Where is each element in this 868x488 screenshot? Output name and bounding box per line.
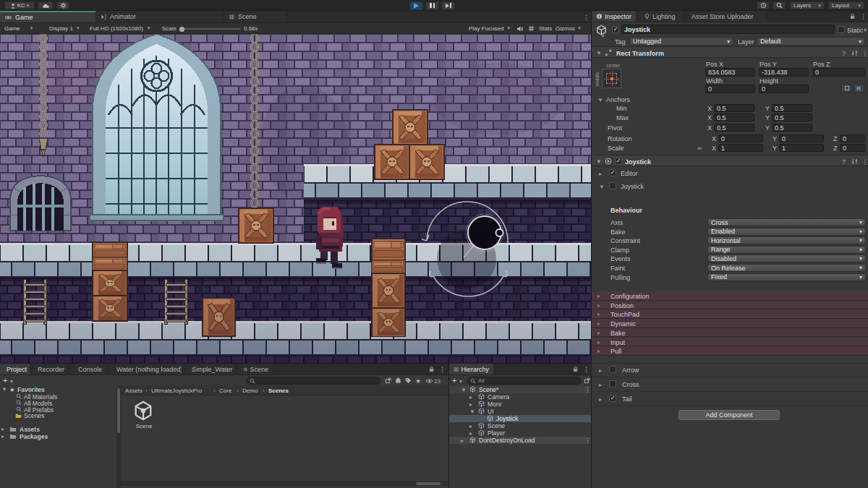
presets-icon[interactable] bbox=[851, 158, 858, 165]
add-component-button[interactable]: Add Component bbox=[678, 410, 780, 420]
account-button[interactable]: KC ▾ bbox=[4, 1, 35, 9]
rect-transform-header[interactable]: ▼ Rect Transform ? ⋮ bbox=[592, 46, 868, 58]
static-caret[interactable]: ▾ bbox=[864, 27, 867, 34]
undo-history-button[interactable] bbox=[757, 1, 770, 9]
resolution-dropdown[interactable]: Full HD (1920x1080) ▾ bbox=[87, 24, 153, 33]
layers-dropdown[interactable]: Layers ▾ bbox=[790, 1, 825, 9]
joystick-foldout-arrow[interactable]: ▼ bbox=[599, 184, 605, 191]
tab-game[interactable]: Game bbox=[0, 11, 96, 22]
help-icon[interactable]: ? bbox=[842, 158, 846, 166]
game-target-dropdown[interactable]: Game ▾ bbox=[1, 24, 35, 33]
breadcrumb-scenes[interactable]: Scenes bbox=[268, 388, 289, 394]
lock-icon[interactable] bbox=[428, 366, 435, 372]
foldout-pull[interactable]: ▸ Pull bbox=[592, 346, 868, 356]
pivot-x-field[interactable]: 0.5 bbox=[714, 124, 754, 132]
help-icon[interactable]: ? bbox=[842, 50, 846, 57]
tab-inspector[interactable]: Inspector bbox=[592, 11, 637, 22]
breadcrumb-demo[interactable]: Demo bbox=[242, 388, 258, 394]
project-hscrollbar[interactable] bbox=[121, 481, 448, 486]
anchors-min-x-field[interactable]: 0.5 bbox=[714, 104, 754, 112]
gizmos-dropdown[interactable]: Gizmos ▾ bbox=[556, 24, 581, 33]
anchor-preset-widget[interactable] bbox=[602, 69, 621, 88]
hierarchy-row-ui[interactable]: ▼ UI bbox=[449, 408, 591, 415]
pos-y-field[interactable]: -318.438 bbox=[759, 68, 809, 77]
component-menu-icon[interactable]: ⋮ bbox=[861, 158, 868, 166]
hidden-count-eye-icon[interactable] bbox=[425, 378, 433, 384]
pulling-dropdown[interactable]: Fixed▾ bbox=[707, 273, 866, 281]
anchors-max-y-field[interactable]: 0.5 bbox=[772, 114, 812, 121]
game-panel-menu-icon[interactable]: ⋮ bbox=[583, 14, 590, 21]
breadcrumb-ujp[interactable]: UltimateJoystickPro bbox=[151, 388, 202, 394]
step-button[interactable] bbox=[441, 1, 455, 10]
joystick-component-header[interactable]: ▼ ✓ Joystick ? ⋮ bbox=[592, 155, 868, 166]
foldout-arrow[interactable]: ▼ bbox=[596, 50, 602, 57]
create-asset-button[interactable]: + bbox=[3, 377, 7, 384]
editor-checkbox[interactable]: ✓ bbox=[609, 169, 616, 176]
hierarchy-row-more[interactable]: ▸ More bbox=[449, 401, 591, 408]
tag-dropdown[interactable]: Untagged▾ bbox=[629, 37, 733, 46]
row-menu-icon[interactable]: ⋮ bbox=[584, 386, 591, 393]
clamp-dropdown[interactable]: Range▾ bbox=[707, 246, 866, 254]
hierarchy-row-joystick[interactable]: Joystick bbox=[449, 415, 591, 422]
hierarchy-row-scene-child[interactable]: ▸ Scene bbox=[449, 422, 591, 429]
anchors-max-x-field[interactable]: 0.5 bbox=[714, 114, 754, 121]
layout-dropdown[interactable]: Layout ▾ bbox=[828, 1, 864, 9]
axis-dropdown[interactable]: Cross▾ bbox=[707, 218, 866, 226]
row-menu-icon[interactable]: ⋮ bbox=[584, 437, 591, 444]
rotation-x-field[interactable]: 0 bbox=[718, 134, 763, 142]
tab-asset-store-uploader[interactable]: Asset Store Uploader bbox=[687, 11, 767, 22]
packages-foldout[interactable]: ▸ bbox=[1, 433, 4, 440]
tab-console[interactable]: Console bbox=[71, 364, 107, 374]
joystick-enabled-checkbox[interactable]: ✓ bbox=[615, 158, 622, 165]
search-in-assets-icon[interactable] bbox=[385, 377, 391, 384]
tab-scene-bottom[interactable]: Scene bbox=[239, 364, 273, 374]
pause-button[interactable] bbox=[425, 1, 439, 10]
hierarchy-create-button[interactable]: + bbox=[452, 377, 456, 384]
joystick-sub-checkbox[interactable] bbox=[609, 182, 616, 189]
search-window-icon[interactable] bbox=[584, 377, 590, 384]
arrow-checkbox[interactable] bbox=[609, 366, 616, 373]
anchors-min-y-field[interactable]: 0.5 bbox=[772, 104, 812, 112]
label-filter-icon[interactable] bbox=[405, 377, 412, 384]
foldout-arrow[interactable]: ▼ bbox=[596, 158, 602, 166]
create-asset-caret[interactable]: ▾ bbox=[10, 378, 13, 385]
scale-link-icon[interactable]: ∞ bbox=[697, 145, 702, 152]
lock-icon[interactable] bbox=[572, 366, 579, 372]
gameobject-active-checkbox[interactable]: ✓ bbox=[612, 26, 619, 33]
editor-foldout-arrow[interactable]: ▸ bbox=[599, 171, 602, 178]
game-viewport[interactable] bbox=[0, 34, 591, 363]
rotation-y-field[interactable]: 0 bbox=[779, 134, 824, 142]
raw-edit-button[interactable]: R bbox=[854, 84, 864, 93]
mute-audio-icon[interactable] bbox=[516, 25, 524, 33]
hierarchy-row-player[interactable]: ▸ Player bbox=[449, 429, 591, 437]
tab-water[interactable]: Water (nothing loaded) bbox=[110, 364, 182, 374]
tab-simple-water[interactable]: Simple_Water bbox=[185, 364, 236, 374]
favorites-filter-icon[interactable]: ★ bbox=[415, 377, 421, 385]
foldout-dynamic[interactable]: ▸ Dynamic bbox=[592, 319, 868, 328]
inspector-menu-icon[interactable]: ⋮ bbox=[860, 13, 867, 20]
lock-icon[interactable] bbox=[849, 13, 856, 20]
pos-z-field[interactable]: 0 bbox=[812, 68, 865, 77]
presets-icon[interactable] bbox=[851, 50, 858, 56]
events-dropdown[interactable]: Disabled▾ bbox=[707, 254, 866, 262]
root-assets[interactable]: Assets bbox=[20, 426, 40, 433]
faint-dropdown[interactable]: On Release▾ bbox=[707, 264, 866, 272]
blueprint-mode-button[interactable] bbox=[841, 84, 852, 93]
arrow-foldout[interactable]: ▸ bbox=[599, 367, 602, 374]
hierarchy-row-scene[interactable]: ▼ Scene* ⋮ bbox=[449, 386, 591, 393]
settings-button[interactable] bbox=[56, 1, 69, 9]
display-dropdown[interactable]: Display 1 ▾ bbox=[46, 24, 82, 33]
cross-checkbox[interactable] bbox=[609, 380, 616, 388]
tab-hierarchy[interactable]: Hierarchy bbox=[449, 364, 494, 374]
gameobject-icon-caret[interactable]: ▾ bbox=[602, 33, 605, 40]
stats-toggle[interactable]: Stats bbox=[539, 25, 552, 32]
breadcrumb-core[interactable]: Core bbox=[219, 388, 231, 394]
pos-x-field[interactable]: 834.0583 bbox=[705, 68, 755, 77]
width-field[interactable]: 0 bbox=[705, 85, 755, 93]
foldout-touchpad[interactable]: ▸ TouchPad bbox=[592, 309, 868, 319]
gameobject-name-field[interactable]: Joystick bbox=[621, 25, 835, 34]
scale-z-field[interactable]: 0 bbox=[840, 144, 865, 152]
asset-label[interactable]: Scene bbox=[128, 423, 160, 429]
tab-project[interactable]: Project bbox=[0, 364, 30, 374]
rotation-z-field[interactable]: 0 bbox=[840, 134, 865, 142]
